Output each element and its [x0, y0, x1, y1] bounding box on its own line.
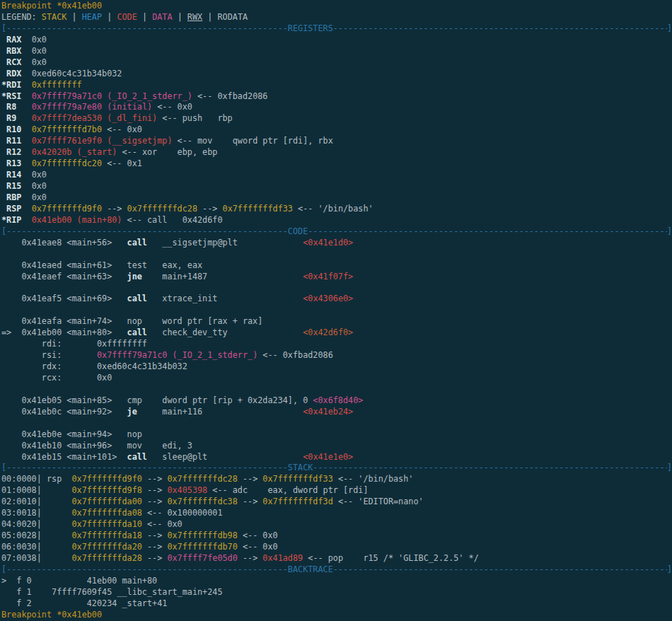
call-arg-rdi: rdi: 0xffffffff [1, 339, 672, 350]
backtrace-section-header: [---------------------------------------… [1, 564, 672, 576]
disasm-0x41eb05: 0x41eb05 <main+85> cmp dword ptr [rip + … [1, 395, 672, 407]
call-arg-rsi: rsi: 0x7ffff79a71c0 (_IO_2_1_stderr_) <-… [1, 350, 672, 361]
register-r12: R12 0x42020b (_start) <-- xor ebp, ebp [1, 147, 672, 158]
divider-dashes: ----------------------------------------… [6, 226, 288, 238]
backtrace-section-header-label: BACKTRACE [288, 564, 333, 576]
legend-stack: STACK [42, 12, 67, 22]
legend: LEGEND: STACK | HEAP | CODE | DATA | RWX… [1, 12, 672, 23]
call-arg-rdx: rdx: 0xed60c4c31b34b032 [1, 361, 672, 373]
register-r13: R13 0x7fffffffdc20 <-- 0x1 [1, 158, 672, 170]
legend-rwx: RWX [187, 12, 202, 22]
disasm-0x41eb10: 0x41eb10 <main+96> mov edi, 3 [1, 441, 672, 452]
legend-rodata: RODATA [217, 12, 248, 22]
call-arg-rcx: rcx: 0x0 [1, 373, 672, 384]
gdb-breakpoint-message-top: Breakpoint *0x41eb00 [1, 1, 672, 12]
blank [1, 249, 672, 260]
register-rbp: RBP 0x0 [1, 192, 672, 204]
registers-section-header: [---------------------------------------… [1, 23, 672, 35]
backtrace-frame-1: f 1 7ffff7609f45 __libc_start_main+245 [1, 587, 672, 598]
register-r11: R11 0x7ffff761e9f0 (__sigsetjmp) <-- mov… [1, 136, 672, 147]
divider-dashes: ----------------------------------------… [333, 23, 667, 35]
blank [1, 282, 672, 294]
divider-dashes: ----------------------------------------… [6, 463, 288, 474]
register-rip: *RIP 0x41eb00 (main+80) <-- call 0x42d6f… [1, 215, 672, 226]
backtrace-frame-2: f 2 420234 _start+41 [1, 598, 672, 610]
register-rcx: RCX 0x0 [1, 57, 672, 69]
legend-data: DATA [152, 12, 172, 22]
gdb-breakpoint-message-bottom: Breakpoint *0x41eb00 [1, 610, 672, 621]
register-r8: R8 0x7ffff79a7e80 (initial) <-- 0x0 [1, 102, 672, 113]
backtrace-frame-0: > f 0 41eb00 main+80 [1, 576, 672, 587]
legend-label: LEGEND: [1, 12, 42, 22]
legend-code: CODE [117, 12, 137, 22]
register-r15: R15 0x0 [1, 181, 672, 192]
register-r10: R10 0x7fffffffd7b0 <-- 0x0 [1, 124, 672, 136]
disasm-0x41eaf5: 0x41eaf5 <main+69> call xtrace_init <0x4… [1, 294, 672, 305]
disasm-0x41eb15: 0x41eb15 <main+101> call sleep@plt <0x41… [1, 452, 672, 463]
stack-entry-04: 04:0020| 0x7fffffffda10 <-- 0x0 [1, 519, 672, 530]
divider-dashes: ----------------------------------------… [308, 226, 667, 238]
disasm-0x41eaed: 0x41eaed <main+61> test eax, eax [1, 260, 672, 272]
stack-entry-03: 03:0018| 0x7fffffffda08 <-- 0x100000001 [1, 508, 672, 519]
stack-entry-00: 00:0000| rsp 0x7fffffffd9f0 --> 0x7fffff… [1, 474, 672, 485]
register-rbx: RBX 0x0 [1, 46, 672, 57]
blank [1, 384, 672, 395]
register-rsi: *RSI 0x7ffff79a71c0 (_IO_2_1_stderr_) <-… [1, 91, 672, 103]
registers-section-header-label: REGISTERS [288, 23, 333, 35]
stack-entry-06: 06:0030| 0x7fffffffda20 --> 0x7fffffffdb… [1, 542, 672, 553]
stack-entry-07: 07:0038| 0x7fffffffda28 --> 0x7ffff7fe05… [1, 553, 672, 564]
divider-dashes: ----------------------------------------… [333, 564, 667, 576]
disasm-0x41eafa: 0x41eafa <main+74> nop word ptr [rax + r… [1, 316, 672, 327]
stack-entry-02: 02:0010| 0x7fffffffda00 --> 0x7fffffffdc… [1, 497, 672, 508]
register-r14: R14 0x0 [1, 170, 672, 181]
stack-entry-05: 05:0028| 0x7fffffffda18 --> 0x7fffffffdb… [1, 530, 672, 542]
register-rdi: *RDI 0xffffffff [1, 80, 672, 91]
stack-entry-01: 01:0008| 0x7fffffffd9f8 --> 0x405398 <--… [1, 485, 672, 497]
register-rdx: RDX 0xed60c4c31b34b032 [1, 69, 672, 80]
register-rax: RAX 0x0 [1, 35, 672, 46]
disasm-0x41eb0e: 0x41eb0e <main+94> nop [1, 429, 672, 441]
disasm-0x41eb0c: 0x41eb0c <main+92> je main+116 <0x41eb24… [1, 407, 672, 418]
divider-dashes: ----------------------------------------… [6, 564, 288, 576]
disasm-current-0x41eb00: => 0x41eb00 <main+80> call check_dev_tty… [1, 327, 672, 339]
blank [1, 418, 672, 429]
debugger-terminal[interactable]: Breakpoint *0x41eb00LEGEND: STACK | HEAP… [0, 0, 672, 621]
code-section-header: [---------------------------------------… [1, 226, 672, 238]
register-r9: R9 0x7ffff7dea530 (_dl_fini) <-- push rb… [1, 113, 672, 124]
divider-dashes: ----------------------------------------… [6, 23, 288, 35]
code-section-header-label: CODE [288, 226, 308, 238]
register-rsp: RSP 0x7fffffffd9f0 --> 0x7fffffffdc28 --… [1, 204, 672, 215]
legend-heap: HEAP [82, 12, 102, 22]
stack-section-header: [---------------------------------------… [1, 463, 672, 474]
divider-dashes: ----------------------------------------… [313, 463, 667, 474]
disasm-0x41eae8: 0x41eae8 <main+56> call __sigsetjmp@plt … [1, 238, 672, 249]
stack-section-header-label: STACK [288, 463, 313, 474]
blank [1, 305, 672, 316]
disasm-0x41eaef: 0x41eaef <main+63> jne main+1487 <0x41f0… [1, 272, 672, 283]
